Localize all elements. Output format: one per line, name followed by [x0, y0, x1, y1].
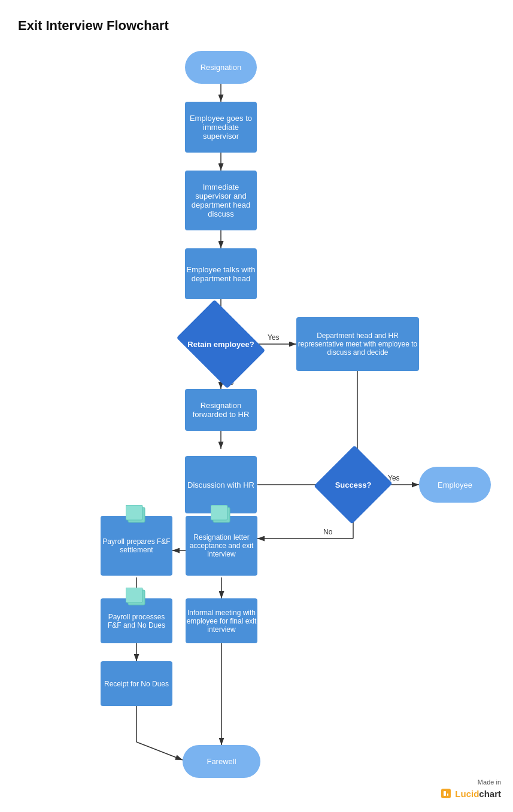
- svg-rect-26: [211, 505, 227, 520]
- made-in-label: Made in: [478, 778, 501, 786]
- lucidchart-name: Lucidchart: [455, 789, 501, 799]
- svg-rect-32: [444, 791, 446, 796]
- node-employee: Employee: [419, 467, 491, 503]
- node-informal-meeting: Informal meeting with employee for final…: [186, 598, 257, 643]
- page-title: Exit Interview Flowchart: [18, 18, 169, 34]
- svg-rect-30: [126, 588, 142, 603]
- lucidchart-badge: Made in Lucidchart: [439, 778, 501, 800]
- svg-rect-33: [447, 793, 448, 796]
- node-employee-dept: Employee talks with department head: [185, 248, 257, 299]
- node-dept-hr-meet: Department head and HR representative me…: [296, 317, 419, 371]
- svg-text:No: No: [323, 528, 333, 536]
- node-resignation-hr: Resignation forwarded to HR: [185, 389, 257, 431]
- node-success-diamond: Success?: [326, 456, 380, 513]
- node-payroll-ff: Payroll prepares F&F settlement: [101, 516, 172, 576]
- svg-line-23: [136, 742, 183, 760]
- node-employee-supervisor: Employee goes to immediate supervisor: [185, 102, 257, 153]
- node-receipt-no-dues: Receipt for No Dues: [101, 661, 172, 706]
- lucidchart-icon: [439, 787, 453, 800]
- node-resignation: Resignation: [185, 51, 257, 84]
- svg-rect-28: [126, 505, 142, 520]
- svg-text:Yes: Yes: [268, 333, 280, 342]
- node-retain-diamond: Retain employee?: [185, 317, 257, 371]
- node-resignation-letter: Resignation letter acceptance and exit i…: [186, 516, 257, 576]
- node-supervisor-discuss: Immediate supervisor and department head…: [185, 171, 257, 230]
- node-farewell: Farewell: [183, 745, 260, 778]
